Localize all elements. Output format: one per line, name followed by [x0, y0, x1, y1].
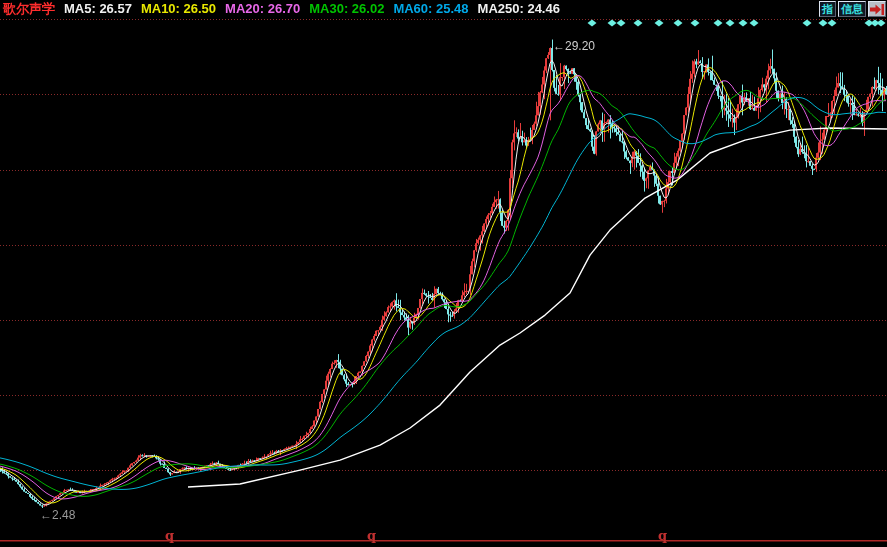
x-axis-label: q	[658, 529, 667, 542]
chart-header: 歌尔声学 MA5: 26.57 MA10: 26.50 MA20: 26.70 …	[3, 1, 560, 16]
indicator-button[interactable]: 指	[819, 1, 836, 17]
exit-icon	[870, 4, 884, 15]
exit-button[interactable]	[868, 1, 886, 17]
x-axis-label: q	[165, 529, 174, 542]
ma-value: MA30: 26.02	[309, 1, 384, 16]
toolbar: 指 信息	[819, 1, 886, 17]
candlestick-chart[interactable]	[0, 0, 887, 547]
ma-value: MA250: 24.46	[478, 1, 560, 16]
info-button[interactable]: 信息	[838, 1, 866, 17]
ma-value: MA60: 25.48	[393, 1, 468, 16]
ma-value: MA20: 26.70	[225, 1, 300, 16]
ma-value: MA10: 26.50	[141, 1, 216, 16]
ma-value: MA5: 26.57	[64, 1, 132, 16]
price-annotation-low: ←2.48	[40, 509, 75, 521]
price-annotation-high: ←29.20	[553, 40, 595, 52]
x-axis-label: q	[367, 529, 376, 542]
stock-name: 歌尔声学	[3, 0, 55, 18]
